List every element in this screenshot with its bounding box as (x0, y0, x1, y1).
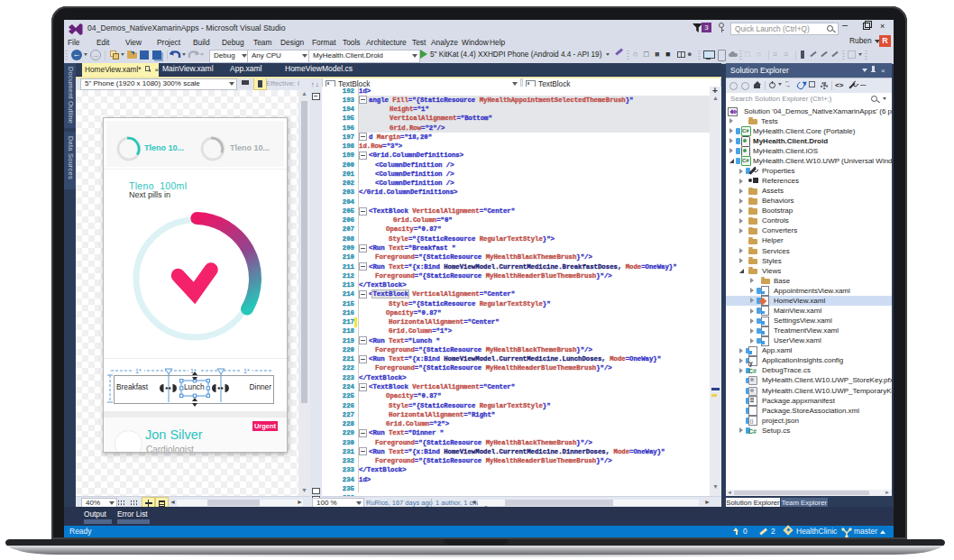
svg-text:1*: 1* (135, 368, 142, 374)
svg-text:1*: 1* (243, 368, 250, 374)
